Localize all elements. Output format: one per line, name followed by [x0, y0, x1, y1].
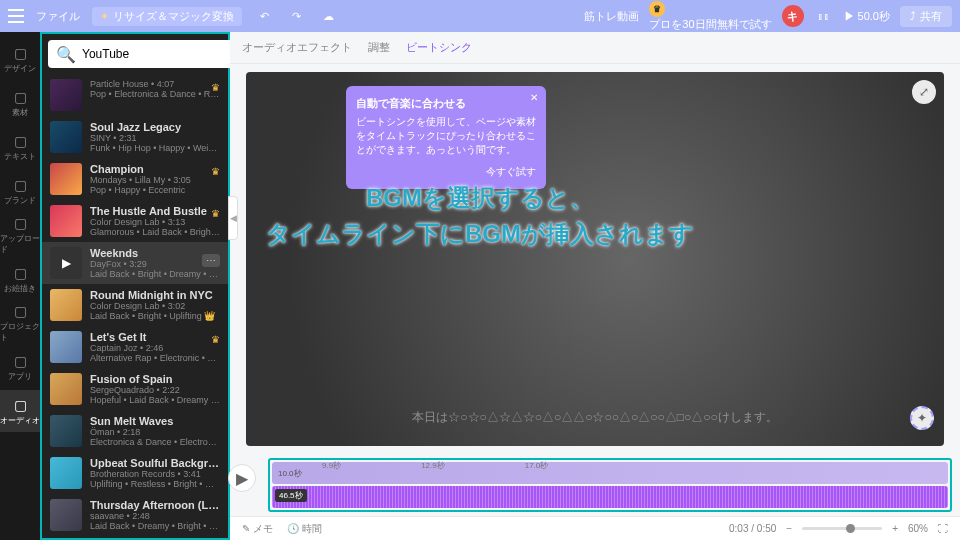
- rail-item-5[interactable]: ▢お絵描き: [0, 258, 40, 300]
- track-title: Champion: [90, 163, 220, 175]
- track-tags: Hopeful • Laid Back • Dreamy • Ha…: [90, 395, 220, 405]
- track-title: Fusion of Spain: [90, 373, 220, 385]
- track-thumbnail: [50, 415, 82, 447]
- analytics-icon[interactable]: ⫾⫾: [814, 6, 834, 26]
- rail-item-4[interactable]: ▢アップロード: [0, 214, 40, 256]
- project-name[interactable]: 筋トレ動画: [584, 9, 639, 24]
- collapse-handle[interactable]: ◀: [228, 196, 238, 240]
- track-thumbnail: ▶: [50, 247, 82, 279]
- crown-icon: ♛: [211, 82, 220, 93]
- track-item[interactable]: Particle House • 4:07Pop • Electronica &…: [42, 74, 228, 116]
- track-tags: Laid Back • Bright • Dreamy • …: [90, 269, 220, 279]
- track-thumbnail: [50, 205, 82, 237]
- play-button[interactable]: ▶: [228, 464, 256, 492]
- more-icon[interactable]: ⋯: [202, 254, 220, 267]
- tab-audio-effect[interactable]: オーディオエフェクト: [242, 40, 352, 55]
- track-item[interactable]: Upbeat Soulful Background-Int…Brotherati…: [42, 452, 228, 494]
- track-item[interactable]: ChampionMondays • Lilla My • 3:05Pop • H…: [42, 158, 228, 200]
- undo-icon[interactable]: ↶: [254, 6, 274, 26]
- track-item[interactable]: Let's Get ItCaptain Joz • 2:46Alternativ…: [42, 326, 228, 368]
- track-thumbnail: [50, 331, 82, 363]
- rail-icon: ▢: [12, 89, 28, 105]
- rail-item-0[interactable]: ▢デザイン: [0, 38, 40, 80]
- zoom-in-icon[interactable]: +: [892, 523, 898, 534]
- track-item[interactable]: ▶WeekndsDayFox • 3:29Laid Back • Bright …: [42, 242, 228, 284]
- search-box[interactable]: 🔍 ✕: [48, 40, 260, 68]
- track-item[interactable]: Sun Melt WavesÖman • 2:18Electronica & D…: [42, 410, 228, 452]
- track-thumbnail: [50, 499, 82, 531]
- rail-item-6[interactable]: ▢プロジェクト: [0, 302, 40, 344]
- track-meta: saavane • 2:48: [90, 511, 220, 521]
- tooltip-close-icon[interactable]: ✕: [530, 92, 538, 103]
- cloud-icon[interactable]: ☁: [318, 6, 338, 26]
- track-item[interactable]: Fusion of SpainSergeQuadrado • 2:22Hopef…: [42, 368, 228, 410]
- editor-tabs: オーディオエフェクト 調整 ビートシンク: [230, 32, 960, 64]
- track-meta: DayFox • 3:29: [90, 259, 220, 269]
- track-meta: Öman • 2:18: [90, 427, 220, 437]
- track-meta: SINY • 2:31: [90, 133, 220, 143]
- pro-trial-button[interactable]: ♛ プロを30日間無料で試す: [649, 1, 771, 32]
- zoom-out-icon[interactable]: −: [786, 523, 792, 534]
- avatar[interactable]: キ: [782, 5, 804, 27]
- audio-duration-badge: 46.5秒: [275, 489, 307, 502]
- resize-button[interactable]: ✦リサイズ＆マジック変換: [92, 7, 242, 26]
- video-caption: 本日は☆○☆○△☆△☆○△○△△○☆○○△○△○○△□○△○○けします。: [412, 409, 777, 426]
- track-tags: Electronica & Dance • Electronica 👑: [90, 437, 220, 447]
- track-item[interactable]: Thursday Afternoon (Laid Back …saavane •…: [42, 494, 228, 536]
- video-track[interactable]: 10.0秒 9.9秒 12.9秒 17.0秒: [272, 462, 948, 484]
- left-rail: ▢デザイン▢素材▢テキスト▢ブランド▢アップロード▢お絵描き▢プロジェクト▢アプ…: [0, 32, 40, 540]
- add-magic-icon[interactable]: ✦: [910, 406, 934, 430]
- track-tags: Laid Back • Bright • Uplifting 👑: [90, 311, 220, 321]
- rail-item-8[interactable]: ▢オーディオ: [0, 390, 40, 432]
- track-thumbnail: [50, 457, 82, 489]
- tab-beatsync[interactable]: ビートシンク: [406, 40, 472, 55]
- rail-item-1[interactable]: ▢素材: [0, 82, 40, 124]
- redo-icon[interactable]: ↷: [286, 6, 306, 26]
- track-item[interactable]: Soul Jazz LegacySINY • 2:31Funk • Hip Ho…: [42, 116, 228, 158]
- tab-adjust[interactable]: 調整: [368, 40, 390, 55]
- track-meta: Color Design Lab • 3:02: [90, 301, 220, 311]
- play-icon: ▶: [62, 256, 71, 270]
- track-title: The Hustle And Bustle: [90, 205, 220, 217]
- rail-item-7[interactable]: ▢アプリ: [0, 346, 40, 388]
- search-input[interactable]: [82, 47, 232, 61]
- track-tags: Uplifting • Restless • Bright • Drea…: [90, 479, 220, 489]
- track-title: Soul Jazz Legacy: [90, 121, 220, 133]
- rail-icon: ▢: [12, 265, 28, 281]
- play-duration[interactable]: ▶ 50.0秒: [844, 9, 890, 24]
- track-item[interactable]: The Hustle And BustleColor Design Lab • …: [42, 200, 228, 242]
- track-title: Thursday Afternoon (Laid Back …: [90, 499, 220, 511]
- track-thumbnail: [50, 121, 82, 153]
- rail-icon: ▢: [12, 397, 28, 413]
- memo-button[interactable]: ✎ メモ: [242, 522, 273, 536]
- menu-icon[interactable]: [8, 9, 24, 23]
- tutorial-annotation: BGMを選択すると、 タイムライン下にBGMが挿入されます: [266, 180, 694, 252]
- track-meta: Mondays • Lilla My • 3:05: [90, 175, 220, 185]
- track-thumbnail: [50, 373, 82, 405]
- rail-item-2[interactable]: ▢テキスト: [0, 126, 40, 168]
- track-meta: Captain Joz • 2:46: [90, 343, 220, 353]
- rail-item-3[interactable]: ▢ブランド: [0, 170, 40, 212]
- track-item[interactable]: Baby SharkXiMo • 3:40Children • Electron…: [42, 536, 228, 538]
- video-preview[interactable]: ✕ 自動で音楽に合わせる ビートシンクを使用して、ページや素材をタイムトラックに…: [246, 72, 944, 446]
- share-button[interactable]: ⤴ 共有: [900, 6, 952, 27]
- fullscreen-icon[interactable]: ⛶: [938, 523, 948, 534]
- time-mode-button[interactable]: 🕓 時間: [287, 522, 322, 536]
- rail-icon: ▢: [12, 133, 28, 149]
- waveform: [272, 486, 948, 508]
- tooltip-try-button[interactable]: 今すぐ試す: [356, 165, 536, 179]
- zoom-slider[interactable]: [802, 527, 882, 530]
- expand-icon[interactable]: ⤢: [912, 80, 936, 104]
- track-item[interactable]: Round Midnight in NYCColor Design Lab • …: [42, 284, 228, 326]
- track-tags: Pop • Electronica & Dance • Relaxi…: [90, 89, 220, 99]
- playback-time: 0:03 / 0:50: [729, 523, 776, 534]
- rail-icon: ▢: [12, 303, 28, 319]
- rail-icon: ▢: [12, 177, 28, 193]
- track-thumbnail: [50, 163, 82, 195]
- track-title: Weeknds: [90, 247, 220, 259]
- file-menu[interactable]: ファイル: [36, 9, 80, 24]
- track-title: Round Midnight in NYC: [90, 289, 220, 301]
- crown-icon: ♛: [649, 1, 665, 17]
- audio-track[interactable]: 46.5秒: [272, 486, 948, 508]
- zoom-level: 60%: [908, 523, 928, 534]
